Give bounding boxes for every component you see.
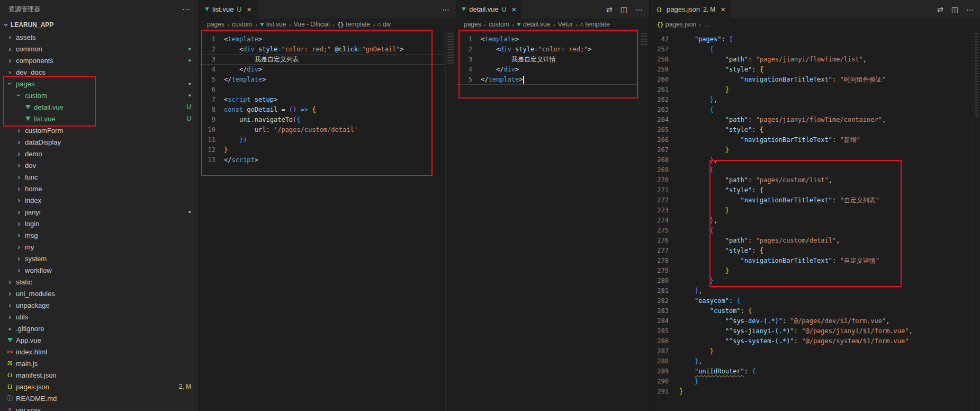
code-line-276[interactable]: 276 "path": "pages/custom/detail",	[650, 236, 980, 246]
breadcrumb-item[interactable]: Vue - Official	[294, 21, 330, 28]
close-tab-icon[interactable]: ×	[721, 5, 725, 13]
tree-item-manifest.json[interactable]: {}manifest.json	[0, 369, 199, 381]
tree-item-readme.md[interactable]: ⓘREADME.md	[0, 392, 199, 404]
code-line-282[interactable]: 282 "easycom": {	[650, 296, 980, 306]
breadcrumb-item[interactable]: pages.json	[666, 21, 696, 28]
tree-item-dev[interactable]: ›dev	[0, 159, 199, 171]
tree-item-components[interactable]: ›components●	[0, 55, 199, 66]
code-editor[interactable]: 42 "pages": [257 {258 "path": "pages/jia…	[650, 30, 980, 411]
tree-item-app.vue[interactable]: App.vue	[0, 334, 199, 346]
more-actions-icon[interactable]: ⋯	[966, 5, 974, 14]
more-actions-icon[interactable]: ⋯	[182, 5, 190, 14]
breadcrumb-item[interactable]: template	[586, 21, 610, 28]
tree-item-.gitignore[interactable]: ◆.gitignore	[0, 323, 199, 334]
tree-item-list.vue[interactable]: list.vueU	[0, 113, 199, 124]
tree-item-index[interactable]: ›index	[0, 194, 199, 206]
minimap[interactable]	[445, 30, 456, 411]
code-line-3[interactable]: 3 我是自定义列表	[200, 55, 456, 65]
breadcrumb-item[interactable]: custom	[232, 21, 253, 28]
tree-item-datadisplay[interactable]: ›dataDisplay	[0, 136, 199, 148]
code-line-5[interactable]: 5</template>	[200, 75, 456, 85]
code-line-259[interactable]: 259 "style": {	[650, 65, 980, 75]
tree-item-assets[interactable]: ›assets	[0, 31, 199, 43]
breadcrumb-item[interactable]: div	[383, 21, 391, 28]
breadcrumb-item[interactable]: Vetur	[558, 21, 573, 28]
tree-item-utils[interactable]: ›utils	[0, 311, 199, 323]
tree-item-custom[interactable]: ›custom●	[0, 90, 199, 101]
code-line-268[interactable]: 268 },	[650, 155, 980, 165]
split-editor-icon[interactable]: ◫	[951, 5, 958, 14]
breadcrumb-item[interactable]: pages	[207, 21, 224, 28]
tab-detail.vue[interactable]: detail.vueU×	[456, 0, 522, 19]
tree-item-dev_docs[interactable]: ›dev_docs	[0, 66, 199, 78]
code-line-274[interactable]: 274 },	[650, 216, 980, 226]
tree-item-unpackage[interactable]: ›unpackage	[0, 299, 199, 311]
minimap[interactable]	[639, 30, 649, 411]
code-line-272[interactable]: 272 "navigationBarTitleText": "自定义列表"	[650, 195, 980, 206]
tree-item-detail.vue[interactable]: detail.vueU	[0, 101, 199, 113]
breadcrumb-item[interactable]: custom	[489, 21, 509, 28]
tree-item-my[interactable]: ›my	[0, 241, 199, 253]
code-line-277[interactable]: 277 "style": {	[650, 246, 980, 256]
code-line-3[interactable]: 3 我是自定义详情	[456, 55, 649, 65]
tab-list.vue[interactable]: list.vueU×	[200, 0, 257, 19]
tree-item-static[interactable]: ›static	[0, 276, 199, 288]
code-line-1[interactable]: 1<template>	[200, 34, 456, 44]
code-line-267[interactable]: 267 }	[650, 145, 980, 155]
tree-item-uni_modules[interactable]: ›uni_modules	[0, 288, 199, 299]
tree-item-uni.scss[interactable]: Suni.scss	[0, 404, 199, 411]
tree-item-func[interactable]: ›func	[0, 171, 199, 183]
open-changes-icon[interactable]: ⇄	[937, 5, 943, 14]
code-line-7[interactable]: 7<script setup>	[200, 95, 456, 105]
code-line-2[interactable]: 2 <div style="color: red;" @click="goDet…	[200, 44, 456, 55]
breadcrumb-item[interactable]: pages	[464, 21, 481, 28]
code-line-265[interactable]: 265 "style": {	[650, 125, 980, 135]
breadcrumb[interactable]: pages›custom›list.vue›Vue - Official›{}t…	[200, 19, 456, 30]
code-line-280[interactable]: 280 }	[650, 276, 980, 286]
more-actions-icon[interactable]: ⋯	[442, 5, 449, 14]
code-line-287[interactable]: 287 }	[650, 346, 980, 356]
code-line-289[interactable]: 289 "uniIdRouter": {	[650, 367, 980, 377]
breadcrumb[interactable]: pages›custom›detail.vue›Vetur›◯template	[456, 19, 649, 30]
code-line-260[interactable]: 260 "navigationBarTitleText": "时间组件验证"	[650, 75, 980, 85]
code-line-273[interactable]: 273 }	[650, 206, 980, 216]
tree-item-msg[interactable]: ›msg	[0, 229, 199, 241]
code-editor[interactable]: 1<template>2 <div style="color: red;">3 …	[456, 30, 649, 411]
tree-item-demo[interactable]: ›demo	[0, 148, 199, 159]
code-line-266[interactable]: 266 "navigationBarTitleText": "新增"	[650, 135, 980, 145]
code-line-285[interactable]: 285 "^sys-jianyi-(.*)": "@/pages/jianyi/…	[650, 326, 980, 336]
code-line-275[interactable]: 275 {	[650, 226, 980, 236]
code-line-288[interactable]: 288 },	[650, 356, 980, 367]
code-line-263[interactable]: 263 {	[650, 105, 980, 115]
code-line-4[interactable]: 4 </div>	[200, 65, 456, 75]
project-root-row[interactable]: › LEARUN_APP	[0, 19, 199, 31]
code-line-10[interactable]: 10 url: '/pages/custom/detail'	[200, 125, 456, 135]
tree-item-home[interactable]: ›home	[0, 183, 199, 194]
code-line-278[interactable]: 278 "navigationBarTitleText": "自定义详情"	[650, 256, 980, 266]
close-tab-icon[interactable]: ×	[511, 5, 516, 13]
breadcrumb-item[interactable]: …	[704, 21, 710, 28]
code-line-257[interactable]: 257 {	[650, 44, 980, 55]
breadcrumb-item[interactable]: template	[346, 21, 370, 28]
code-line-9[interactable]: 9 uni.navigateTo({	[200, 115, 456, 125]
tree-item-main.js[interactable]: JSmain.js	[0, 358, 199, 369]
tree-item-index.html[interactable]: <>index.html	[0, 346, 199, 358]
code-line-281[interactable]: 281 ],	[650, 286, 980, 296]
code-line-279[interactable]: 279 }	[650, 266, 980, 276]
code-line-42[interactable]: 42 "pages": [	[650, 34, 980, 44]
tree-item-system[interactable]: ›system	[0, 253, 199, 264]
more-actions-icon[interactable]: ⋯	[635, 5, 643, 14]
code-line-270[interactable]: 270 "path": "pages/custom/list",	[650, 175, 980, 185]
code-line-12[interactable]: 12}	[200, 145, 456, 155]
tree-item-login[interactable]: ›login	[0, 218, 199, 229]
code-line-284[interactable]: 284 "^sys-dev-(.*)": "@/pages/dev/$1/for…	[650, 316, 980, 326]
code-line-262[interactable]: 262 },	[650, 95, 980, 105]
tree-item-common[interactable]: ›common●	[0, 43, 199, 55]
close-tab-icon[interactable]: ×	[247, 5, 251, 13]
code-line-283[interactable]: 283 "custom": {	[650, 306, 980, 316]
tab-pages.json[interactable]: {}pages.json2, M×	[650, 0, 731, 19]
breadcrumb[interactable]: {}pages.json›…	[650, 19, 980, 30]
code-editor[interactable]: 1<template>2 <div style="color: red;" @c…	[200, 30, 456, 411]
code-line-290[interactable]: 290 }	[650, 377, 980, 387]
tree-item-workflow[interactable]: ›workflow	[0, 264, 199, 276]
